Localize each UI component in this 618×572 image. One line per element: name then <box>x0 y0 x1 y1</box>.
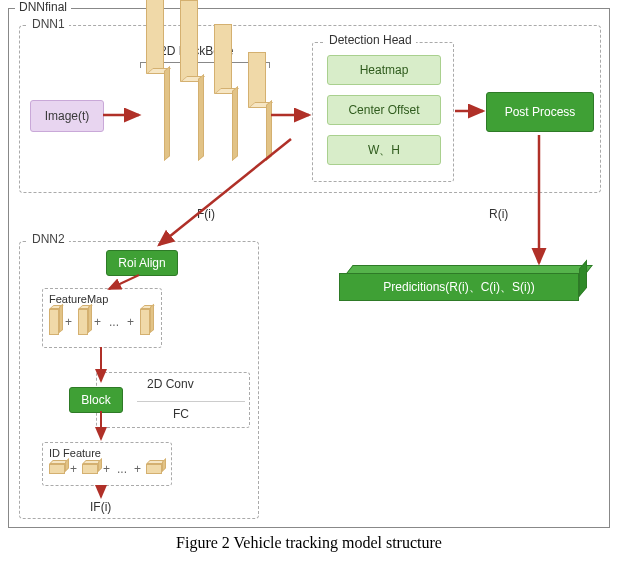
detection-heatmap: Heatmap <box>327 55 441 85</box>
detection-wh: W、H <box>327 135 441 165</box>
fm-tensor <box>78 309 88 335</box>
plus-icon: + <box>132 462 143 476</box>
plus-icon: + <box>101 462 112 476</box>
conv2d-label: 2D Conv <box>147 377 194 391</box>
feature-map-label: FeatureMap <box>49 293 155 305</box>
fi-label: F(i) <box>197 207 215 221</box>
id-feature-row: + + ... + <box>49 462 165 476</box>
idf-tensor <box>82 464 98 474</box>
block-text: Block <box>81 393 110 407</box>
plus-icon: + <box>125 315 136 329</box>
block-box: Block 2D Conv FC <box>96 372 250 428</box>
dnnfinal-title: DNNfinal <box>15 0 71 14</box>
dnn2-title: DNN2 <box>28 232 69 246</box>
fm-tensor <box>49 309 59 335</box>
det-item-label: W、H <box>368 142 400 159</box>
dnn1-box: DNN1 Image(t) 2D BackBone Detection Head… <box>19 25 601 193</box>
id-feature-label: ID Feature <box>49 447 165 459</box>
fc-label: FC <box>173 407 189 421</box>
dnn2-box: DNN2 Roi Align FeatureMap + + ... + Bloc… <box>19 241 259 519</box>
det-item-label: Heatmap <box>360 63 409 77</box>
detection-center-offset: Center Offset <box>327 95 441 125</box>
predictions-label: Predicitions(R(i)、C(i)、S(i)) <box>383 279 534 296</box>
ifi-label: IF(i) <box>90 500 111 514</box>
plus-icon: + <box>92 315 103 329</box>
block-divider <box>137 401 245 402</box>
det-item-label: Center Offset <box>348 103 419 117</box>
idf-tensor <box>49 464 65 474</box>
roi-align-block: Roi Align <box>106 250 178 276</box>
idf-tensor <box>146 464 162 474</box>
post-process-block: Post Process <box>486 92 594 132</box>
id-feature-box: ID Feature + + ... + <box>42 442 172 486</box>
feature-map-box: FeatureMap + + ... + <box>42 288 162 348</box>
post-process-label: Post Process <box>505 105 576 119</box>
roi-label: Roi Align <box>118 256 165 270</box>
ellipsis: ... <box>107 315 121 329</box>
detection-head-box: Detection Head Heatmap Center Offset W、H <box>312 42 454 182</box>
fm-tensor <box>140 309 150 335</box>
detection-head-title: Detection Head <box>325 33 416 47</box>
image-input-label: Image(t) <box>45 109 90 123</box>
image-input: Image(t) <box>30 100 104 132</box>
plus-icon: + <box>63 315 74 329</box>
ri-label: R(i) <box>489 207 508 221</box>
feature-map-row: + + ... + <box>49 309 155 335</box>
dnn1-title: DNN1 <box>28 17 69 31</box>
block-label: Block <box>69 387 123 413</box>
plus-icon: + <box>68 462 79 476</box>
dnnfinal-container: DNNfinal DNN1 Image(t) 2D BackBone Detec… <box>8 8 610 528</box>
figure-caption: Figure 2 Vehicle tracking model structur… <box>8 534 610 552</box>
ellipsis: ... <box>115 462 129 476</box>
predictions-box: Predicitions(R(i)、C(i)、S(i)) <box>339 265 587 301</box>
